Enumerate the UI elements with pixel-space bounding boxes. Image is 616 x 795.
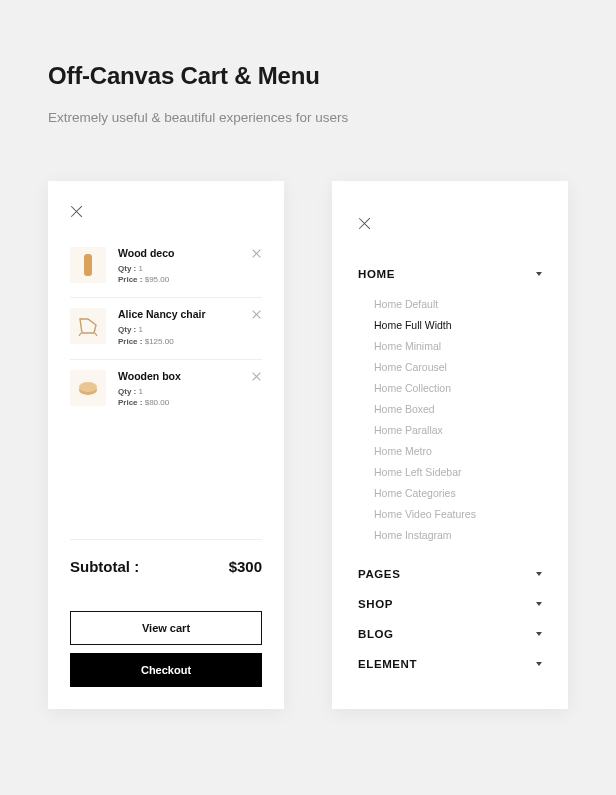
menu-section-shop[interactable]: SHOP [358, 589, 542, 619]
close-icon[interactable] [70, 205, 84, 219]
svg-line-2 [95, 333, 97, 336]
submenu-item[interactable]: Home Carousel [374, 356, 542, 377]
chevron-down-icon [536, 662, 542, 666]
submenu-item[interactable]: Home Minimal [374, 335, 542, 356]
chevron-down-icon [536, 272, 542, 276]
svg-line-1 [79, 333, 81, 336]
subtotal-row: Subtotal : $300 [70, 539, 262, 575]
close-icon[interactable] [358, 217, 372, 231]
view-cart-button[interactable]: View cart [70, 611, 262, 645]
product-thumb [70, 370, 106, 406]
cart-item: Wooden box Qty : 1 Price : $80.00 [70, 360, 262, 420]
submenu-item[interactable]: Home Instagram [374, 524, 542, 545]
submenu-item[interactable]: Home Parallax [374, 419, 542, 440]
page-subtitle: Extremely useful & beautiful experiences… [48, 110, 568, 125]
checkout-button[interactable]: Checkout [70, 653, 262, 687]
subtotal-label: Subtotal : [70, 558, 139, 575]
menu-section-home[interactable]: HOME [358, 259, 542, 289]
cart-item: Wood deco Qty : 1 Price : $95.00 [70, 237, 262, 298]
chevron-down-icon [536, 632, 542, 636]
menu-section-label: PAGES [358, 568, 400, 580]
submenu-item[interactable]: Home Collection [374, 377, 542, 398]
menu-section-blog[interactable]: BLOG [358, 619, 542, 649]
subtotal-value: $300 [229, 558, 262, 575]
item-meta: Qty : 1 Price : $95.00 [118, 263, 252, 285]
product-thumb [70, 308, 106, 344]
menu-section-label: HOME [358, 268, 395, 280]
menu-panel: HOME Home DefaultHome Full WidthHome Min… [332, 181, 568, 709]
item-name: Wooden box [118, 370, 252, 382]
submenu-item[interactable]: Home Categories [374, 482, 542, 503]
item-meta: Qty : 1 Price : $125.00 [118, 324, 252, 346]
item-meta: Qty : 1 Price : $80.00 [118, 386, 252, 408]
submenu-item[interactable]: Home Metro [374, 440, 542, 461]
item-name: Wood deco [118, 247, 252, 259]
menu-section-pages[interactable]: PAGES [358, 559, 542, 589]
item-name: Alice Nancy chair [118, 308, 252, 320]
submenu-item[interactable]: Home Left Sidebar [374, 461, 542, 482]
submenu-home: Home DefaultHome Full WidthHome MinimalH… [358, 289, 542, 559]
remove-item-icon[interactable] [252, 310, 262, 320]
svg-rect-0 [84, 254, 92, 276]
menu-section-label: BLOG [358, 628, 394, 640]
cart-item: Alice Nancy chair Qty : 1 Price : $125.0… [70, 298, 262, 359]
chevron-down-icon [536, 572, 542, 576]
product-thumb [70, 247, 106, 283]
menu-section-element[interactable]: ELEMENT [358, 649, 542, 679]
remove-item-icon[interactable] [252, 372, 262, 382]
remove-item-icon[interactable] [252, 249, 262, 259]
submenu-item[interactable]: Home Boxed [374, 398, 542, 419]
submenu-item[interactable]: Home Full Width [374, 314, 542, 335]
chevron-down-icon [536, 602, 542, 606]
menu-section-label: ELEMENT [358, 658, 417, 670]
svg-point-4 [79, 382, 97, 392]
submenu-item[interactable]: Home Default [374, 293, 542, 314]
cart-panel: Wood deco Qty : 1 Price : $95.00 Alice N… [48, 181, 284, 709]
page-title: Off-Canvas Cart & Menu [48, 62, 568, 90]
cart-items: Wood deco Qty : 1 Price : $95.00 Alice N… [70, 237, 262, 420]
submenu-item[interactable]: Home Video Features [374, 503, 542, 524]
menu-section-label: SHOP [358, 598, 393, 610]
